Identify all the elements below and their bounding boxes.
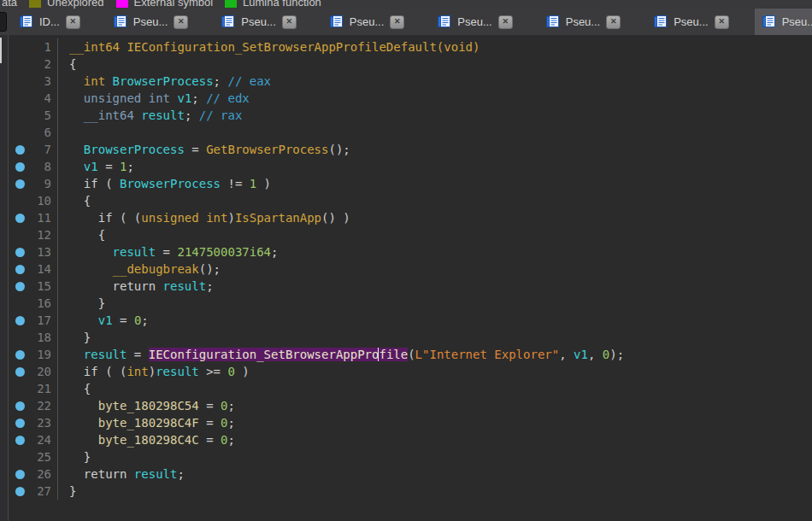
breakpoint-dot-icon[interactable] xyxy=(15,419,25,428)
code-text[interactable]: return result; xyxy=(58,278,214,295)
tab-ida-view[interactable]: ID...✕ xyxy=(12,9,87,35)
breakpoint-gutter[interactable] xyxy=(9,483,30,500)
code-line[interactable]: 16 } xyxy=(9,295,812,312)
close-icon[interactable]: ✕ xyxy=(66,15,80,29)
breakpoint-gutter[interactable] xyxy=(9,414,30,431)
tab-pseudocode-4[interactable]: Pseu...✕ xyxy=(430,9,519,35)
code-line[interactable]: 23 byte_180298C4F = 0; xyxy=(9,414,812,431)
code-line[interactable]: 4 unsigned int v1; // edx xyxy=(9,90,812,107)
breakpoint-gutter[interactable] xyxy=(9,226,30,243)
tab-pseudocode-1[interactable]: Pseu...✕ xyxy=(106,9,195,35)
breakpoint-gutter[interactable] xyxy=(9,260,30,278)
breakpoint-gutter[interactable] xyxy=(9,465,30,483)
breakpoint-gutter[interactable] xyxy=(9,397,30,414)
breakpoint-dot-icon[interactable] xyxy=(15,265,25,274)
breakpoint-gutter[interactable] xyxy=(9,209,30,226)
code-line[interactable]: 20 if ( (int)result >= 0 ) xyxy=(9,363,812,380)
code-line[interactable]: 12 { xyxy=(9,226,812,243)
code-line[interactable]: 1__int64 IEConfiguration_SetBrowserAppPr… xyxy=(9,38,812,56)
code-line[interactable]: 18 } xyxy=(9,329,812,346)
breakpoint-gutter[interactable] xyxy=(9,38,30,56)
breakpoint-gutter[interactable] xyxy=(9,158,30,175)
breakpoint-gutter[interactable] xyxy=(9,295,30,312)
code-line[interactable]: 25 } xyxy=(9,448,812,465)
code-line[interactable]: 27} xyxy=(9,483,812,500)
code-text[interactable]: byte_180298C54 = 0; xyxy=(58,397,235,414)
code-line[interactable]: 17 v1 = 0; xyxy=(9,312,812,329)
breakpoint-gutter[interactable] xyxy=(9,346,30,363)
code-text[interactable]: byte_180298C4C = 0; xyxy=(58,431,235,448)
code-line[interactable]: 22 byte_180298C54 = 0; xyxy=(9,397,812,414)
breakpoint-gutter[interactable] xyxy=(9,175,30,192)
code-line[interactable]: 10 { xyxy=(9,192,812,209)
code-text[interactable]: } xyxy=(58,483,76,500)
breakpoint-gutter[interactable] xyxy=(9,107,30,124)
code-text[interactable]: int BrowserProcess; // eax xyxy=(58,73,271,90)
code-text[interactable]: v1 = 0; xyxy=(58,312,149,329)
tab-pseudocode-2[interactable]: Pseu...✕ xyxy=(214,9,303,35)
code-line[interactable]: 5 __int64 result; // rax xyxy=(9,107,812,124)
breakpoint-gutter[interactable] xyxy=(9,141,30,158)
code-line[interactable]: 21 { xyxy=(9,380,812,397)
code-line[interactable]: 15 return result; xyxy=(9,278,812,295)
code-line[interactable]: 13 result = 2147500037i64; xyxy=(9,243,812,260)
code-line[interactable]: 24 byte_180298C4C = 0; xyxy=(9,431,812,448)
breakpoint-gutter[interactable] xyxy=(9,278,30,295)
breakpoint-dot-icon[interactable] xyxy=(15,470,25,479)
code-text[interactable]: { xyxy=(58,192,91,209)
close-icon[interactable]: ✕ xyxy=(715,15,729,29)
tab-pseudocode-5[interactable]: Pseu...✕ xyxy=(538,9,627,35)
breakpoint-dot-icon[interactable] xyxy=(15,179,25,189)
code-text[interactable]: v1 = 1; xyxy=(58,158,134,175)
breakpoint-gutter[interactable] xyxy=(9,448,30,465)
code-text[interactable]: } xyxy=(58,448,91,465)
code-text[interactable]: return result; xyxy=(58,465,185,483)
close-icon[interactable]: ✕ xyxy=(498,15,513,29)
breakpoint-gutter[interactable] xyxy=(9,73,30,90)
code-line[interactable]: 11 if ( (unsigned int)IsSpartanApp() ) xyxy=(9,209,812,226)
code-text[interactable]: { xyxy=(58,56,76,73)
breakpoint-gutter[interactable] xyxy=(9,329,30,346)
breakpoint-dot-icon[interactable] xyxy=(15,401,25,411)
pseudocode-listing[interactable]: 1__int64 IEConfiguration_SetBrowserAppPr… xyxy=(9,35,812,521)
code-line[interactable]: 2{ xyxy=(9,56,812,73)
breakpoint-gutter[interactable] xyxy=(9,90,30,107)
breakpoint-dot-icon[interactable] xyxy=(15,145,25,155)
close-icon[interactable]: ✕ xyxy=(606,15,621,29)
code-text[interactable]: { xyxy=(58,226,105,243)
close-icon[interactable]: ✕ xyxy=(390,15,404,29)
breakpoint-gutter[interactable] xyxy=(9,56,30,73)
code-line[interactable]: 6 xyxy=(9,124,812,141)
breakpoint-dot-icon[interactable] xyxy=(15,436,25,445)
tab-pseudocode-7[interactable]: Pseu...✕ xyxy=(755,9,812,35)
breakpoint-gutter[interactable] xyxy=(9,363,30,380)
breakpoint-dot-icon[interactable] xyxy=(15,214,25,223)
code-text[interactable]: if ( (unsigned int)IsSpartanApp() ) xyxy=(58,209,350,226)
breakpoint-gutter[interactable] xyxy=(9,380,30,397)
breakpoint-dot-icon[interactable] xyxy=(15,282,25,291)
pseudocode-panel[interactable]: 1__int64 IEConfiguration_SetBrowserAppPr… xyxy=(0,35,812,521)
close-icon[interactable]: ✕ xyxy=(174,15,188,29)
code-text[interactable]: { xyxy=(58,380,91,397)
code-line[interactable]: 26 return result; xyxy=(9,465,812,483)
breakpoint-gutter[interactable] xyxy=(9,312,30,329)
close-icon[interactable]: ✕ xyxy=(282,15,297,29)
code-line[interactable]: 3 int BrowserProcess; // eax xyxy=(9,73,812,90)
breakpoint-dot-icon[interactable] xyxy=(15,350,25,360)
tab-pseudocode-3[interactable]: Pseu...✕ xyxy=(322,9,411,35)
code-line[interactable]: 9 if ( BrowserProcess != 1 ) xyxy=(9,175,812,192)
code-line[interactable]: 19 result = IEConfiguration_SetBrowserAp… xyxy=(9,346,812,363)
breakpoint-gutter[interactable] xyxy=(9,243,30,260)
tab-pseudocode-6[interactable]: Pseu...✕ xyxy=(646,9,735,35)
code-text[interactable]: if ( (int)result >= 0 ) xyxy=(58,363,250,380)
breakpoint-dot-icon[interactable] xyxy=(15,487,25,496)
code-line[interactable]: 14 __debugbreak(); xyxy=(9,260,812,278)
code-text[interactable]: } xyxy=(58,329,91,346)
code-text[interactable]: if ( BrowserProcess != 1 ) xyxy=(58,175,271,192)
code-text[interactable]: unsigned int v1; // edx xyxy=(58,90,250,107)
code-text[interactable]: byte_180298C4F = 0; xyxy=(58,414,235,431)
code-text[interactable]: __debugbreak(); xyxy=(58,260,221,278)
breakpoint-gutter[interactable] xyxy=(9,192,30,209)
breakpoint-dot-icon[interactable] xyxy=(15,248,25,257)
code-text[interactable]: BrowserProcess = GetBrowserProcess(); xyxy=(58,141,350,158)
